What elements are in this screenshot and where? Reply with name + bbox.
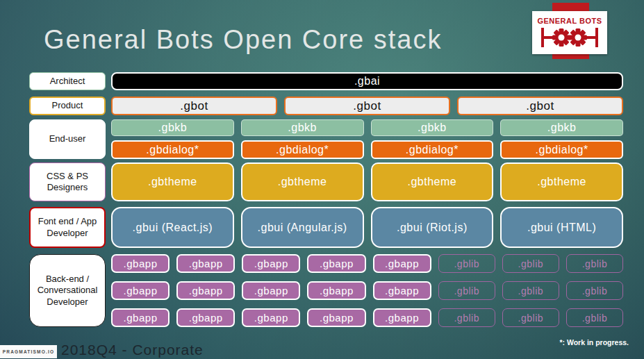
gbdialog-box: .gbdialog* <box>371 140 494 159</box>
band-product: Product .gbot .gbot .gbot <box>29 97 623 115</box>
gears-icon <box>536 26 603 49</box>
backend-row: .gbapp .gbapp .gbapp .gbapp .gbapp .gbli… <box>111 254 623 273</box>
gblib-box: .gblib <box>566 281 623 300</box>
band-designers: CSS & PS Designers .gbtheme .gbtheme .gb… <box>29 162 623 201</box>
row-label-text: Product <box>52 100 83 111</box>
band-frontend: Font end / App Developer .gbui (React.js… <box>29 207 623 248</box>
gbkb-box: .gbkb <box>111 119 234 136</box>
row-label-end-user: End-user <box>29 119 106 159</box>
gbapp-box: .gbapp <box>111 254 170 273</box>
band-end-user: End-user .gbkb .gbkb .gbkb .gbkb .gbdial… <box>29 119 623 159</box>
product-cells: .gbot .gbot .gbot <box>111 97 623 115</box>
general-bots-logo: GENERAL BOTS <box>532 11 607 54</box>
row-label-backend: Back-end / Conversational Developer <box>29 254 106 327</box>
gbui-html-box: .gbui (HTML) <box>500 207 623 248</box>
gbapp-box: .gbapp <box>176 308 235 327</box>
gbapp-box: .gbapp <box>307 308 365 327</box>
gbapp-box: .gbapp <box>242 254 300 273</box>
row-label-frontend: Font end / App Developer <box>29 207 106 248</box>
gbot-box: .gbot <box>284 97 450 115</box>
gbot-box: .gbot <box>457 97 623 115</box>
row-label-text: Font end / App Developer <box>35 216 100 239</box>
gbui-angular-box: .gbui (Angular.js) <box>241 207 364 248</box>
gblib-box: .gblib <box>502 254 559 273</box>
gblib-box: .gblib <box>502 308 559 327</box>
row-label-text: Architect <box>50 76 85 87</box>
slide: General Bots Open Core stack GENERAL BOT… <box>0 0 644 359</box>
row-label-product: Product <box>29 97 106 115</box>
vendor-text: PRAGMATISMO.IO <box>3 349 54 354</box>
band-backend: Back-end / Conversational Developer .gba… <box>29 254 623 327</box>
row-label-text: CSS & PS Designers <box>34 171 101 194</box>
gblib-box: .gblib <box>438 281 495 300</box>
gblib-box: .gblib <box>566 254 623 273</box>
designer-cells: .gbtheme .gbtheme .gbtheme .gbtheme <box>111 162 623 201</box>
footer-text: 2018Q4 - Corporate <box>61 342 204 358</box>
gbapp-box: .gbapp <box>307 254 365 273</box>
gbapp-box: .gbapp <box>176 254 235 273</box>
gbkb-box: .gbkb <box>371 119 494 136</box>
gbdialog-box: .gbdialog* <box>241 140 364 159</box>
gbtheme-box: .gbtheme <box>241 162 364 201</box>
logo-brand-text: GENERAL BOTS <box>537 17 602 25</box>
gbkb-box: .gbkb <box>241 119 364 136</box>
work-in-progress-note: *: Work in progress. <box>559 338 629 347</box>
gbapp-box: .gbapp <box>111 308 170 327</box>
gbkb-row: .gbkb .gbkb .gbkb .gbkb <box>111 119 623 136</box>
gbapp-box: .gbapp <box>111 281 170 300</box>
gbapp-box: .gbapp <box>307 281 365 300</box>
row-label-text: Back-end / Conversational Developer <box>34 274 101 308</box>
gbapp-box: .gbapp <box>242 281 300 300</box>
row-label-architect: Architect <box>29 72 106 90</box>
gbapp-box: .gbapp <box>373 281 431 300</box>
row-label-text: End-user <box>49 133 86 144</box>
gbapp-box: .gbapp <box>373 254 431 273</box>
gblib-box: .gblib <box>566 308 623 327</box>
architect-cells: .gbai <box>111 72 623 90</box>
gbapp-box: .gbapp <box>176 281 235 300</box>
gbai-box: .gbai <box>111 72 623 90</box>
pragmatismo-logo: PRAGMATISMO.IO <box>0 345 57 358</box>
gblib-box: .gblib <box>502 281 559 300</box>
page-title: General Bots Open Core stack <box>44 25 442 55</box>
gbtheme-box: .gbtheme <box>371 162 494 201</box>
gbkb-box: .gbkb <box>500 119 623 136</box>
backend-row: .gbapp .gbapp .gbapp .gbapp .gbapp .gbli… <box>111 308 623 327</box>
gbdialog-box: .gbdialog* <box>111 140 234 159</box>
gblib-box: .gblib <box>438 308 495 327</box>
gbdialog-box: .gbdialog* <box>500 140 623 159</box>
gbapp-box: .gbapp <box>242 308 300 327</box>
gbtheme-box: .gbtheme <box>500 162 623 201</box>
gbtheme-box: .gbtheme <box>111 162 234 201</box>
gbapp-box: .gbapp <box>373 308 431 327</box>
end-user-cells: .gbkb .gbkb .gbkb .gbkb .gbdialog* .gbdi… <box>111 119 623 159</box>
gbui-react-box: .gbui (React.js) <box>111 207 234 248</box>
backend-row: .gbapp .gbapp .gbapp .gbapp .gbapp .gbli… <box>111 281 623 300</box>
frontend-cells: .gbui (React.js) .gbui (Angular.js) .gbu… <box>111 207 623 248</box>
gblib-box: .gblib <box>438 254 495 273</box>
gbui-riot-box: .gbui (Riot.js) <box>371 207 494 248</box>
gbot-box: .gbot <box>111 97 277 115</box>
row-label-designers: CSS & PS Designers <box>29 162 106 201</box>
gbdialog-row: .gbdialog* .gbdialog* .gbdialog* .gbdial… <box>111 140 623 159</box>
band-architect: Architect .gbai <box>29 72 623 90</box>
backend-cells: .gbapp .gbapp .gbapp .gbapp .gbapp .gbli… <box>111 254 623 327</box>
